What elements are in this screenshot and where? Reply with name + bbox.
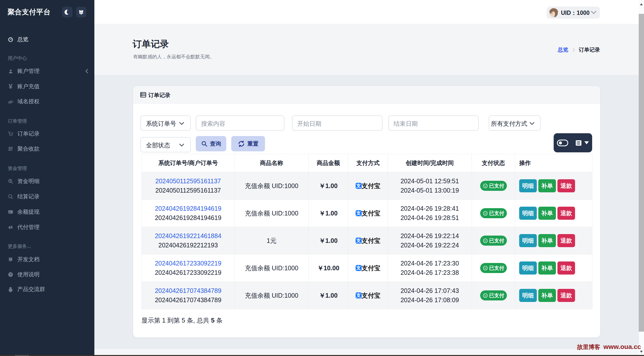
svg-text:?: ?	[10, 273, 12, 277]
svg-text:$: $	[10, 180, 11, 182]
svg-text:e: e	[10, 99, 12, 104]
